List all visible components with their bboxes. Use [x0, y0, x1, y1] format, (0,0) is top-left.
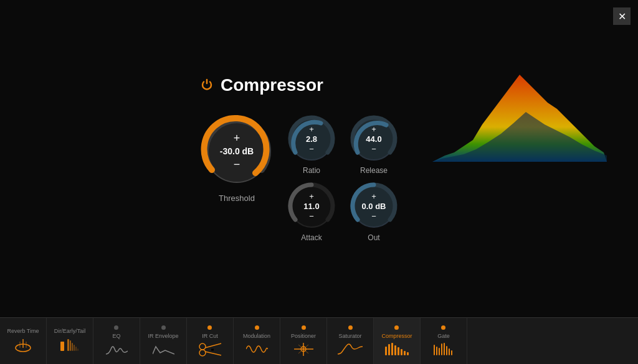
gate-label: Gate [437, 333, 450, 339]
eq-icon [106, 342, 128, 357]
svg-rect-35 [407, 352, 409, 355]
threshold-plus[interactable]: + [234, 133, 240, 144]
small-knobs-grid: + 2.8 − Ratio [287, 114, 399, 242]
eq-label: EQ [112, 333, 120, 339]
svg-rect-28 [385, 347, 387, 355]
compressor-dot [394, 325, 399, 330]
threshold-minus[interactable]: − [234, 159, 240, 170]
attack-label: Attack [301, 233, 321, 242]
positioner-dot [302, 325, 306, 330]
attack-control: + 11.0 − Attack [287, 181, 336, 242]
modulation-dot [255, 325, 259, 330]
svg-rect-38 [439, 348, 440, 355]
reverb-time-label: Reverb Time [7, 328, 39, 334]
out-value: 0.0 dB [361, 202, 386, 211]
svg-rect-39 [441, 343, 442, 355]
release-label: Release [360, 166, 388, 175]
svg-rect-31 [394, 345, 396, 355]
out-knob[interactable]: + 0.0 dB − [349, 181, 399, 231]
main-content: Compressor + -30.0 dB [0, 0, 638, 317]
power-icon[interactable] [199, 78, 214, 93]
attack-plus[interactable]: + [309, 192, 314, 200]
svg-rect-11 [60, 342, 64, 351]
close-button[interactable]: ✕ [613, 7, 631, 25]
modulation-label: Modulation [243, 333, 270, 339]
release-value: 44.0 [366, 134, 381, 144]
svg-rect-12 [67, 339, 69, 351]
attack-knob-display: + 11.0 − [303, 192, 319, 220]
out-control: + 0.0 dB − Out [349, 181, 399, 242]
threshold-control: + -30.0 dB − Threshold [199, 114, 274, 203]
compressor-title: Compressor [199, 75, 323, 95]
bottom-item-ir-envelope[interactable]: IR Envelope [140, 318, 187, 364]
bottom-item-modulation[interactable]: Modulation [234, 318, 280, 364]
bottom-item-compressor[interactable]: Compressor [374, 318, 421, 364]
compressor-panel: Compressor + -30.0 dB [199, 75, 399, 242]
saturator-icon [338, 342, 363, 357]
bottom-item-ir-cut[interactable]: IR Cut [187, 318, 234, 364]
bottom-item-gate[interactable]: Gate [421, 318, 467, 364]
ir-envelope-icon [153, 342, 174, 357]
svg-point-19 [199, 350, 206, 356]
gate-icon [433, 342, 455, 357]
ratio-minus[interactable]: − [309, 145, 314, 153]
svg-rect-14 [72, 343, 73, 351]
svg-rect-37 [436, 347, 437, 355]
reverb-time-icon [14, 337, 32, 354]
release-knob-display: + 44.0 − [366, 125, 381, 153]
modulation-icon [246, 342, 268, 357]
svg-rect-29 [388, 344, 390, 355]
out-label: Out [368, 233, 379, 242]
ratio-value: 2.8 [306, 134, 317, 144]
release-knob[interactable]: + 44.0 − [349, 114, 399, 164]
eq-dot [114, 325, 118, 330]
svg-rect-43 [451, 350, 452, 355]
svg-rect-16 [75, 347, 77, 351]
ratio-label: Ratio [303, 166, 320, 175]
svg-line-21 [205, 352, 221, 355]
out-knob-display: + 0.0 dB − [361, 192, 386, 220]
bottom-item-dir-early-tail[interactable]: Dir/Early/Tail [47, 318, 93, 364]
bottom-item-positioner[interactable]: Positioner [280, 318, 327, 364]
svg-rect-13 [70, 340, 71, 351]
ir-envelope-label: IR Envelope [148, 333, 178, 339]
attack-value: 11.0 [303, 202, 319, 211]
bottom-item-reverb-time[interactable]: Reverb Time [0, 318, 47, 364]
svg-rect-32 [398, 347, 399, 355]
saturator-label: Saturator [338, 333, 361, 339]
svg-rect-42 [449, 348, 450, 355]
ir-cut-icon [198, 342, 222, 357]
dir-early-tail-icon [59, 337, 81, 354]
threshold-knob-display: + -30.0 dB − [220, 133, 254, 170]
svg-line-20 [205, 343, 221, 348]
bottom-item-eq[interactable]: EQ [93, 318, 140, 364]
release-minus[interactable]: − [371, 145, 376, 153]
ir-cut-label: IR Cut [202, 333, 218, 339]
bottom-item-saturator[interactable]: Saturator [327, 318, 374, 364]
compressor-heading: Compressor [221, 75, 323, 95]
svg-rect-33 [401, 349, 402, 355]
controls-row: + -30.0 dB − Threshold [199, 114, 399, 242]
svg-rect-36 [434, 345, 435, 355]
gate-dot [441, 325, 445, 330]
attack-minus[interactable]: − [309, 212, 314, 220]
out-plus[interactable]: + [371, 192, 376, 200]
release-plus[interactable]: + [371, 125, 376, 133]
threshold-knob[interactable]: + -30.0 dB − [199, 114, 274, 189]
ratio-knob[interactable]: + 2.8 − [287, 114, 336, 164]
positioner-label: Positioner [291, 333, 316, 339]
ir-envelope-dot [161, 325, 166, 330]
bottom-bar: Reverb Time Dir/Early/Tail [0, 317, 638, 364]
ratio-plus[interactable]: + [309, 125, 314, 133]
saturator-dot [348, 325, 353, 330]
svg-rect-41 [446, 346, 447, 355]
compressor-bottom-icon [384, 342, 409, 357]
attack-knob[interactable]: + 11.0 − [287, 181, 336, 231]
positioner-icon [293, 342, 315, 357]
svg-rect-15 [74, 345, 75, 351]
release-control: + 44.0 − Release [349, 114, 399, 175]
ratio-control: + 2.8 − Ratio [287, 114, 336, 175]
threshold-value: -30.0 dB [220, 146, 254, 156]
out-minus[interactable]: − [371, 212, 376, 220]
svg-rect-40 [444, 343, 445, 355]
